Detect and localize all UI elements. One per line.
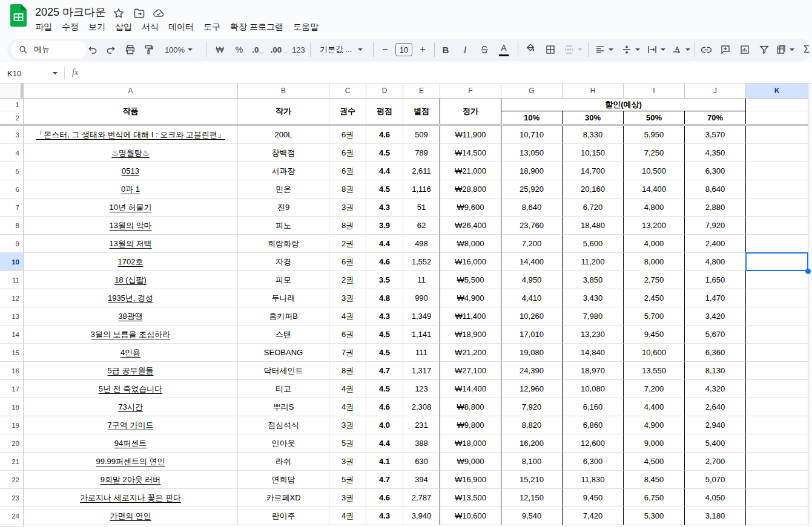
cell-A5[interactable]: 0513 — [24, 162, 238, 180]
cell-B7[interactable]: 진9 — [238, 198, 329, 217]
cell-D22[interactable]: 4.7 — [366, 471, 403, 489]
cell-C5[interactable]: 6권 — [329, 162, 366, 180]
font-size-input[interactable]: 10 — [395, 39, 413, 61]
cell-B19[interactable]: 점심석식 — [238, 416, 329, 434]
cell-G10[interactable]: 14,400 — [501, 253, 563, 271]
cell-G24[interactable]: 9,540 — [501, 507, 563, 525]
cell-H22[interactable]: 11,830 — [563, 471, 624, 489]
cell-B24[interactable]: 란이주 — [238, 507, 329, 525]
cell-D24[interactable]: 4.3 — [366, 507, 403, 525]
column-header-A[interactable]: A — [24, 83, 238, 99]
cell-A15[interactable]: 4인용 — [24, 344, 238, 362]
cell-A8[interactable]: 13월의 악마 — [24, 217, 238, 235]
cell-E18[interactable]: 2,308 — [403, 398, 440, 416]
create-filter-button[interactable] — [756, 39, 773, 61]
cell-H10[interactable]: 11,200 — [563, 253, 624, 271]
borders-button[interactable] — [543, 39, 558, 61]
menu-6[interactable]: 도구 — [199, 20, 225, 34]
cell-E10[interactable]: 1,552 — [403, 253, 440, 271]
font-family-select[interactable]: 기본값 ... — [315, 39, 369, 61]
cell-A7[interactable]: 10년 허물기 — [24, 198, 238, 217]
row-header-15[interactable]: 15 — [0, 344, 24, 362]
star-icon[interactable] — [113, 7, 125, 19]
cell-F5[interactable]: ₩21,000 — [440, 162, 501, 180]
cell-E13[interactable]: 1,349 — [403, 307, 440, 326]
cell-B5[interactable]: 서과장 — [238, 162, 329, 180]
cell-H11[interactable]: 3,850 — [563, 271, 624, 289]
cell-C8[interactable]: 8권 — [329, 217, 366, 235]
cell-E8[interactable]: 62 — [403, 217, 440, 235]
cell-E4[interactable]: 789 — [403, 144, 440, 162]
cell-I16[interactable]: 13,550 — [624, 362, 685, 380]
cell-H8[interactable]: 18,480 — [563, 217, 624, 235]
cloud-status-icon[interactable] — [153, 7, 165, 19]
cell-D5[interactable]: 4.4 — [366, 162, 403, 180]
cell-E20[interactable]: 388 — [403, 434, 440, 453]
cell-E17[interactable]: 123 — [403, 380, 440, 398]
cell-A10[interactable]: 1702호 — [24, 253, 238, 271]
cell-G5[interactable]: 18,900 — [501, 162, 563, 180]
cell-H24[interactable]: 7,420 — [563, 507, 624, 525]
cell-J21[interactable]: 2,700 — [685, 453, 746, 471]
cell-I10[interactable]: 8,000 — [624, 253, 685, 271]
menu-0[interactable]: 파일 — [30, 20, 57, 34]
menu-1[interactable]: 수정 — [57, 20, 84, 34]
cell-K5[interactable] — [746, 162, 808, 180]
cell-I21[interactable]: 4,500 — [624, 453, 685, 471]
cell-E14[interactable]: 1,141 — [403, 326, 440, 344]
cell-H13[interactable]: 7,980 — [563, 307, 624, 326]
document-title[interactable]: 2025 마크다운 — [35, 5, 106, 19]
cell-B13[interactable]: 홈키퍼B — [238, 307, 329, 326]
cell-C6[interactable]: 8권 — [329, 180, 366, 198]
row-header-17[interactable]: 17 — [0, 380, 24, 398]
cell-A4[interactable]: ♨명월탕♨ — [24, 144, 238, 162]
bold-button[interactable]: B — [438, 39, 454, 61]
cell-G12[interactable]: 4,410 — [501, 289, 563, 307]
cell-D6[interactable]: 4.5 — [366, 180, 403, 198]
cell-B10[interactable]: 자경 — [238, 253, 329, 271]
column-header-H[interactable]: H — [563, 83, 624, 99]
cell-C13[interactable]: 4권 — [329, 307, 366, 326]
row-header-23[interactable]: 23 — [0, 489, 24, 507]
menu-7[interactable]: 확장 프로그램 — [225, 20, 288, 34]
row-header-5[interactable]: 5 — [0, 162, 24, 180]
cell-D12[interactable]: 4.8 — [366, 289, 403, 307]
cell-J20[interactable]: 5,400 — [685, 434, 746, 453]
column-header-E[interactable]: E — [403, 83, 440, 99]
undo-button[interactable] — [85, 39, 101, 61]
cell-I22[interactable]: 8,450 — [624, 471, 685, 489]
cell-F21[interactable]: ₩9,000 — [440, 453, 501, 471]
row-header-10[interactable]: 10 — [0, 253, 24, 271]
cell-K11[interactable] — [746, 271, 808, 289]
cell-D13[interactable]: 4.3 — [366, 307, 403, 326]
cell-H7[interactable]: 6,720 — [563, 198, 624, 217]
table-header-1[interactable]: 작가 — [238, 99, 329, 125]
cell-F23[interactable]: ₩13,500 — [440, 489, 501, 507]
table-header-discount[interactable]: 할인(예상) — [501, 99, 746, 111]
sheets-logo-icon[interactable] — [10, 4, 27, 27]
format-percent-button[interactable]: % — [231, 39, 247, 61]
cell-G3[interactable]: 10,710 — [501, 126, 563, 144]
cell-J24[interactable]: 3,180 — [685, 507, 746, 525]
cell-K19[interactable] — [746, 416, 808, 434]
cell-A21[interactable]: 99.99퍼센트의 연인 — [24, 453, 238, 471]
cell-A13[interactable]: 38광땡 — [24, 307, 238, 326]
row-header-13[interactable]: 13 — [0, 307, 24, 326]
cell-A23[interactable]: 가로지나 세로지나 꽃은 핀다 — [24, 489, 238, 507]
cell-H6[interactable]: 20,160 — [563, 180, 624, 198]
row-header-11[interactable]: 11 — [0, 271, 24, 289]
cell-K15[interactable] — [746, 344, 808, 362]
print-button[interactable] — [122, 39, 138, 61]
cell-G16[interactable]: 24,390 — [501, 362, 563, 380]
table-header-4[interactable]: 별점 — [403, 99, 440, 125]
column-header-F[interactable]: F — [440, 83, 501, 99]
cell-G7[interactable]: 8,640 — [501, 198, 563, 217]
cell-H21[interactable]: 6,300 — [563, 453, 624, 471]
cell-I6[interactable]: 14,400 — [624, 180, 685, 198]
horizontal-align-button[interactable] — [592, 39, 616, 61]
cell-C4[interactable]: 6권 — [329, 144, 366, 162]
cell-E15[interactable]: 111 — [403, 344, 440, 362]
row-header-20[interactable]: 20 — [0, 434, 24, 453]
cell-I17[interactable]: 7,200 — [624, 380, 685, 398]
cell-G14[interactable]: 17,010 — [501, 326, 563, 344]
